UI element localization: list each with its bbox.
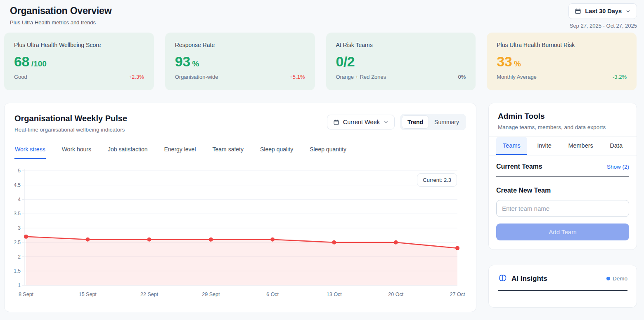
admin-tab-teams[interactable]: Teams — [496, 137, 527, 155]
admin-tools-subtitle: Manage teams, members, and data exports — [498, 124, 627, 130]
divider — [498, 290, 627, 291]
metric-delta: +2.3% — [129, 74, 144, 80]
pulse-line-chart: 11.522.533.544.558 Sept15 Sept22 Sept29 … — [14, 166, 467, 300]
metric-suffix: % — [192, 59, 199, 68]
svg-text:4: 4 — [18, 197, 21, 202]
page-subtitle: Plus Ultra Health metrics and trends — [10, 19, 637, 26]
date-range-label: Last 30 Days — [585, 8, 622, 14]
chevron-down-icon — [384, 120, 388, 125]
metric-value: 93 — [175, 54, 190, 70]
admin-tab-invite[interactable]: Invite — [530, 137, 558, 155]
ai-insights-title: AI Insights — [511, 275, 602, 283]
svg-text:3: 3 — [18, 225, 21, 231]
right-column: Admin Tools Manage teams, members, and d… — [488, 103, 637, 308]
team-name-input[interactable] — [496, 200, 629, 217]
date-range-button[interactable]: Last 30 Days — [568, 3, 637, 19]
svg-text:6 Oct: 6 Oct — [266, 292, 279, 297]
date-range-text: Sep 27, 2025 - Oct 27, 2025 — [568, 23, 637, 29]
show-teams-link[interactable]: Show (2) — [607, 164, 629, 170]
brain-icon — [498, 274, 507, 283]
metric-cards-row: Plus Ultra Health Wellbeing Score 68 /10… — [4, 33, 637, 90]
pulse-subtitle: Real-time organisational wellbeing indic… — [14, 127, 127, 133]
svg-text:2.5: 2.5 — [14, 240, 21, 245]
svg-text:20 Oct: 20 Oct — [388, 292, 403, 297]
metric-card-wellbeing: Plus Ultra Health Wellbeing Score 68 /10… — [4, 33, 154, 90]
svg-text:2: 2 — [18, 254, 21, 260]
trend-toggle-button[interactable]: Trend — [402, 115, 429, 129]
demo-badge-label: Demo — [613, 275, 627, 282]
metric-title: Plus Ultra Health Wellbeing Score — [14, 42, 144, 48]
week-select-label: Current Week — [343, 119, 380, 125]
metric-title: Plus Ultra Health Burnout Risk — [497, 42, 627, 48]
metric-delta: +5.1% — [289, 74, 305, 80]
metric-suffix: /100 — [31, 59, 47, 68]
svg-text:29 Sept: 29 Sept — [202, 292, 220, 297]
tab-sleep-quantity[interactable]: Sleep quantity — [309, 141, 347, 159]
tab-job-satisfaction[interactable]: Job satisfaction — [107, 141, 148, 159]
divider — [496, 176, 629, 177]
metric-value: 0/2 — [336, 54, 355, 70]
metric-delta: 0% — [458, 74, 466, 80]
svg-text:4.5: 4.5 — [14, 182, 21, 188]
page-title: Organisation Overview — [10, 5, 637, 16]
view-toggle: Trend Summary — [400, 114, 466, 130]
summary-toggle-button[interactable]: Summary — [429, 115, 464, 129]
metric-card-burnout-risk: Plus Ultra Health Burnout Risk 33 % Mont… — [487, 33, 637, 90]
header-right: Last 30 Days Sep 27, 2025 - Oct 27, 2025 — [568, 3, 637, 29]
metric-subtitle: Orange + Red Zones — [336, 74, 386, 80]
page-header: Organisation Overview Plus Ultra Health … — [0, 0, 644, 26]
ai-insights-panel: AI Insights Demo — [488, 265, 637, 308]
tab-work-stress[interactable]: Work stress — [14, 141, 46, 159]
svg-text:1: 1 — [18, 282, 21, 288]
tab-sleep-quality[interactable]: Sleep quality — [260, 141, 294, 159]
metric-title: Response Rate — [175, 42, 305, 48]
svg-text:8 Sept: 8 Sept — [19, 292, 34, 297]
metric-subtitle: Organisation-wide — [175, 74, 218, 80]
current-teams-heading: Current Teams — [496, 163, 542, 170]
pulse-heading: Organisational Weekly Pulse Real-time or… — [14, 114, 127, 133]
week-select-button[interactable]: Current Week — [327, 115, 395, 129]
pulse-chart: 11.522.533.544.558 Sept15 Sept22 Sept29 … — [5, 166, 476, 302]
calendar-icon — [333, 119, 339, 125]
admin-tools-panel: Admin Tools Manage teams, members, and d… — [488, 103, 637, 250]
tab-work-hours[interactable]: Work hours — [62, 141, 92, 159]
pulse-controls: Current Week Trend Summary — [327, 114, 466, 130]
metric-delta: -3.2% — [613, 74, 627, 80]
svg-text:13 Oct: 13 Oct — [327, 292, 342, 297]
svg-text:15 Sept: 15 Sept — [79, 292, 97, 297]
metric-value: 33 — [497, 54, 512, 70]
admin-tab-data[interactable]: Data — [603, 137, 629, 155]
demo-badge: Demo — [606, 275, 627, 282]
weekly-pulse-panel: Organisational Weekly Pulse Real-time or… — [4, 103, 476, 312]
add-team-button[interactable]: Add Team — [496, 224, 629, 240]
svg-text:3.5: 3.5 — [14, 211, 21, 216]
chevron-down-icon — [625, 9, 631, 14]
svg-text:22 Sept: 22 Sept — [140, 292, 159, 297]
main-row: Organisational Weekly Pulse Real-time or… — [4, 103, 637, 312]
current-value-badge: Current: 2.3 — [417, 173, 457, 187]
admin-tools-title: Admin Tools — [498, 112, 627, 121]
metric-value: 68 — [14, 54, 29, 70]
svg-text:1.5: 1.5 — [14, 268, 21, 274]
pulse-title: Organisational Weekly Pulse — [14, 114, 127, 123]
create-team-heading: Create New Team — [496, 187, 629, 194]
tab-team-safety[interactable]: Team safety — [212, 141, 244, 159]
metric-subtitle: Good — [14, 74, 27, 80]
metric-card-at-risk-teams: At Risk Teams 0/2 Orange + Red Zones 0% — [326, 33, 476, 90]
tab-energy-level[interactable]: Energy level — [163, 141, 196, 159]
metric-suffix: % — [514, 59, 521, 68]
metric-card-response-rate: Response Rate 93 % Organisation-wide +5.… — [165, 33, 315, 90]
metric-subtitle: Monthly Average — [497, 74, 537, 80]
admin-tabs: Teams Invite Members Data — [489, 137, 637, 155]
svg-text:27 Oct: 27 Oct — [450, 292, 465, 297]
svg-text:5: 5 — [18, 168, 21, 174]
pulse-metric-tabs: Work stress Work hours Job satisfaction … — [14, 141, 466, 159]
admin-tab-members[interactable]: Members — [561, 137, 599, 155]
metric-title: At Risk Teams — [336, 42, 466, 48]
calendar-icon — [575, 8, 581, 14]
demo-dot-icon — [606, 277, 610, 280]
